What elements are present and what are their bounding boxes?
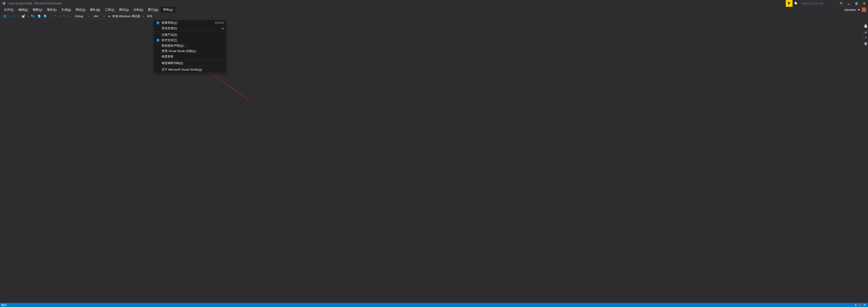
solution-platform-value: x64: [94, 15, 98, 18]
help-item-label: 注册产品(P): [162, 33, 224, 37]
help-item-label: 查看帮助(V): [162, 21, 213, 25]
help-item[interactable]: 管理 Visual Studio 性能(V): [154, 49, 226, 54]
maximize-button[interactable]: [852, 0, 860, 7]
chevron-down-icon: ▼: [857, 8, 860, 11]
search-icon[interactable]: [840, 2, 842, 5]
help-item[interactable]: ?技术支持(T): [154, 37, 226, 43]
account-name: ittimeline: [844, 8, 856, 11]
svg-rect-2: [848, 4, 850, 4]
help-item[interactable]: 键盘辅助功能(K): [154, 60, 226, 66]
help-question-icon: ?: [156, 21, 160, 25]
svg-line-1: [842, 4, 842, 4]
redo-button[interactable]: ↷: [61, 13, 67, 19]
menu-视图[interactable]: 视图(V): [30, 7, 44, 13]
menu-生成[interactable]: 生成(B): [59, 7, 73, 13]
help-item[interactable]: 发送反馈(F)▶: [154, 26, 226, 31]
chevron-down-icon[interactable]: ▾: [143, 15, 145, 18]
help-item[interactable]: ?查看帮助(V)Ctrl+F1: [154, 20, 226, 26]
solution-config-value: Debug: [75, 15, 83, 18]
help-question-icon: ?: [156, 39, 160, 42]
save-all-button[interactable]: [43, 13, 48, 19]
menu-测试[interactable]: 测试(S): [117, 7, 131, 13]
menu-bar: 文件(F)编辑(E)视图(V)项目(P)生成(B)调试(D)团队(M)工具(T)…: [0, 7, 868, 13]
account-badge: I: [862, 7, 866, 12]
close-icon[interactable]: ✕: [863, 303, 867, 307]
save-button[interactable]: [36, 13, 42, 19]
menu-项目[interactable]: 项目(P): [44, 7, 59, 13]
chevron-down-icon: ▾: [103, 15, 105, 18]
help-item-shortcut: Ctrl+F1: [215, 21, 224, 24]
help-item-label: 管理 Visual Studio 性能(V): [162, 49, 224, 53]
new-project-button[interactable]: ✦: [21, 13, 26, 19]
navigate-forward-button[interactable]: →: [11, 13, 17, 19]
output-panel-header[interactable]: 输出 ▾ 📌 ✕: [0, 303, 868, 307]
notification-flag-button[interactable]: [786, 0, 793, 7]
chevron-down-icon[interactable]: ▾: [68, 15, 70, 18]
help-item-label: 发送反馈(F): [162, 26, 220, 30]
chevron-down-icon[interactable]: ▾: [8, 15, 11, 18]
svg-rect-3: [855, 3, 857, 4]
solution-platform-combo[interactable]: x64▾: [92, 13, 106, 19]
navigate-back-button[interactable]: ←: [2, 13, 8, 19]
dock-tab[interactable]: 工具箱: [863, 28, 868, 33]
dock-tab[interactable]: 服务器资源管理器: [863, 20, 868, 28]
quick-launch-box[interactable]: [801, 1, 844, 6]
dock-tab[interactable]: 属性: [863, 38, 868, 43]
svg-rect-15: [44, 16, 46, 17]
svg-rect-12: [38, 17, 40, 18]
chevron-down-icon[interactable]: ▾: [27, 15, 29, 18]
output-panel-title: 输出: [1, 303, 7, 307]
submenu-arrow-icon: ▶: [222, 27, 224, 30]
debug-type-value: 自动: [147, 14, 152, 18]
window-title: c-core-programming - Microsoft Visual St…: [7, 2, 62, 5]
quick-launch-input[interactable]: [802, 2, 840, 5]
start-debugging-label: 本地 Windows 调试器: [112, 14, 141, 18]
play-icon: ▶: [108, 14, 111, 18]
chevron-down-icon[interactable]: ▾: [58, 15, 60, 18]
help-item-label: 技术支持(T): [162, 38, 224, 42]
svg-text:✦: ✦: [24, 14, 25, 16]
help-item-label: 检查更新: [162, 55, 224, 59]
pin-icon[interactable]: 📌: [857, 303, 863, 307]
close-button[interactable]: [860, 0, 868, 7]
svg-rect-11: [38, 15, 40, 16]
help-item[interactable]: 检查更新: [154, 54, 226, 59]
undo-button[interactable]: ↶: [52, 13, 57, 19]
help-item-label: 键盘辅助功能(K): [162, 61, 224, 65]
feedback-icon[interactable]: [793, 0, 799, 7]
help-dropdown-menu: ?查看帮助(V)Ctrl+F1发送反馈(F)▶注册产品(P)?技术支持(T)联机…: [154, 20, 226, 72]
menu-分析[interactable]: 分析(N): [131, 7, 146, 13]
help-item-label: 关于 Microsoft Visual Studio(A): [162, 68, 224, 72]
menu-文件[interactable]: 文件(F): [2, 7, 16, 13]
minimize-button[interactable]: [845, 0, 852, 7]
menu-团队[interactable]: 团队(M): [88, 7, 103, 13]
menu-编辑[interactable]: 编辑(E): [16, 7, 30, 13]
chevron-down-icon: ▾: [88, 15, 90, 18]
svg-point-0: [840, 2, 842, 4]
right-dock: 服务器资源管理器工具箱通知属性: [863, 20, 868, 43]
menu-调试[interactable]: 调试(D): [73, 7, 88, 13]
menu-窗口[interactable]: 窗口(W): [146, 7, 161, 13]
editor-area: ?查看帮助(V)Ctrl+F1发送反馈(F)▶注册产品(P)?技术支持(T)联机…: [0, 20, 868, 303]
start-debugging-button[interactable]: ▶ 本地 Windows 调试器: [107, 13, 142, 19]
title-bar: c-core-programming - Microsoft Visual St…: [0, 0, 868, 7]
vs-logo-icon: [0, 2, 7, 5]
dock-tab[interactable]: 通知: [863, 33, 868, 38]
help-item[interactable]: 注册产品(P): [154, 32, 226, 37]
standard-toolbar: ← ▾ → ✦ ▾ ↶ ▾ ↷ ▾ Debug▾ x64▾ ▶ 本地 Windo…: [0, 13, 868, 20]
open-file-button[interactable]: [30, 13, 35, 19]
solution-config-combo[interactable]: Debug▾: [73, 13, 91, 19]
menu-帮助[interactable]: 帮助(H): [161, 7, 175, 13]
account-menu[interactable]: ittimeline ▼ I: [843, 7, 868, 13]
help-item-label: 联机隐私声明(O)...: [162, 43, 224, 48]
chevron-down-icon[interactable]: ▾: [854, 303, 857, 307]
svg-rect-4: [856, 2, 858, 4]
help-item[interactable]: 关于 Microsoft Visual Studio(A): [154, 67, 226, 72]
menu-工具[interactable]: 工具(T): [103, 7, 117, 13]
help-item[interactable]: 联机隐私声明(O)...: [154, 43, 226, 49]
svg-rect-14: [44, 15, 46, 16]
debug-type-combo[interactable]: 自动: [146, 13, 154, 19]
